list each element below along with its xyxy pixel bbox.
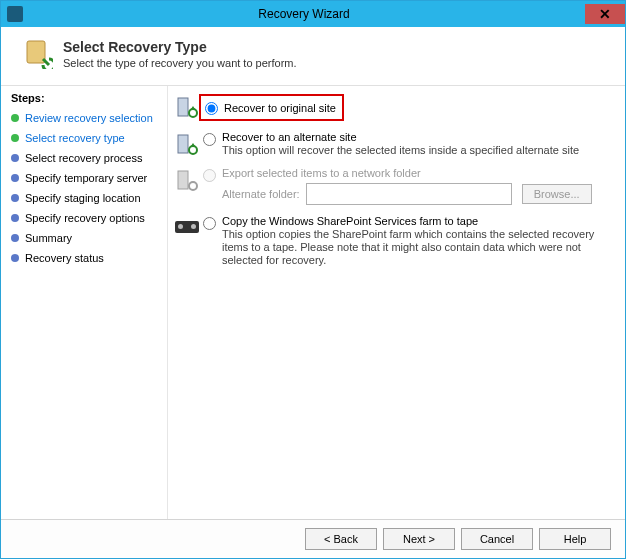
back-button[interactable]: < Back (305, 528, 377, 550)
wizard-header: Select Recovery Type Select the type of … (1, 27, 625, 77)
titlebar: Recovery Wizard ✕ (1, 1, 625, 27)
option-export-network: Export selected items to a network folde… (173, 167, 613, 205)
radio-export-network (203, 169, 216, 182)
option-label: Export selected items to a network folde… (222, 167, 613, 179)
check-icon (11, 114, 19, 122)
divider (167, 86, 168, 520)
svg-point-4 (189, 146, 197, 154)
pending-icon (11, 214, 19, 222)
check-icon (11, 134, 19, 142)
option-recover-alternate: Recover to an alternate site This option… (173, 131, 613, 157)
alternate-folder-input (306, 183, 512, 205)
option-copy-to-tape: Copy the Windows SharePoint Services far… (173, 215, 613, 267)
wizard-body: Steps: Review recovery selection Select … (1, 85, 625, 520)
step-specify-recovery-options[interactable]: Specify recovery options (11, 208, 159, 228)
help-button[interactable]: Help (539, 528, 611, 550)
selection-highlight: Recover to original site (199, 94, 344, 121)
step-select-recovery-type[interactable]: Select recovery type (11, 128, 159, 148)
app-icon (7, 6, 23, 22)
steps-sidebar: Steps: Review recovery selection Select … (1, 86, 167, 520)
pending-icon (11, 254, 19, 262)
recovery-wizard-window: Recovery Wizard ✕ Select Recovery Type S… (0, 0, 626, 559)
radio-recover-alternate[interactable] (203, 133, 216, 146)
option-label: Copy the Windows SharePoint Services far… (222, 215, 613, 227)
server-icon (176, 96, 198, 118)
pending-icon (11, 234, 19, 242)
tape-icon (175, 221, 199, 233)
radio-copy-to-tape[interactable] (203, 217, 216, 230)
radio-recover-original[interactable] (205, 102, 218, 115)
option-label: Recover to an alternate site (222, 131, 613, 143)
step-review-recovery-selection[interactable]: Review recovery selection (11, 108, 159, 128)
pending-icon (11, 154, 19, 162)
option-recover-original: Recover to original site (173, 94, 613, 121)
step-select-recovery-process[interactable]: Select recovery process (11, 148, 159, 168)
next-button[interactable]: Next > (383, 528, 455, 550)
pending-icon (11, 174, 19, 182)
step-summary[interactable]: Summary (11, 228, 159, 248)
close-button[interactable]: ✕ (585, 4, 625, 24)
svg-rect-5 (178, 171, 188, 189)
cancel-button[interactable]: Cancel (461, 528, 533, 550)
page-title: Select Recovery Type (63, 39, 297, 55)
svg-rect-3 (178, 135, 188, 153)
alternate-folder-label: Alternate folder: (222, 188, 300, 200)
steps-heading: Steps: (11, 92, 159, 104)
recovery-icon (23, 39, 53, 69)
svg-point-6 (189, 182, 197, 190)
server-alt-icon (176, 133, 198, 155)
alternate-folder-row: Alternate folder: Browse... (222, 183, 613, 205)
option-description: This option copies the SharePoint farm w… (222, 228, 613, 267)
step-specify-staging-location[interactable]: Specify staging location (11, 188, 159, 208)
browse-button: Browse... (522, 184, 592, 204)
pending-icon (11, 194, 19, 202)
step-specify-temporary-server[interactable]: Specify temporary server (11, 168, 159, 188)
server-disabled-icon (176, 169, 198, 191)
steps-list: Review recovery selection Select recover… (11, 108, 159, 268)
step-recovery-status[interactable]: Recovery status (11, 248, 159, 268)
svg-point-2 (189, 109, 197, 117)
option-description: This option will recover the selected it… (222, 144, 613, 157)
option-label: Recover to original site (224, 102, 336, 114)
page-subtitle: Select the type of recovery you want to … (63, 57, 297, 69)
wizard-footer: < Back Next > Cancel Help (1, 519, 625, 558)
options-panel: Recover to original site Recover to an a… (167, 86, 625, 520)
window-title: Recovery Wizard (23, 7, 585, 21)
svg-rect-1 (178, 98, 188, 116)
